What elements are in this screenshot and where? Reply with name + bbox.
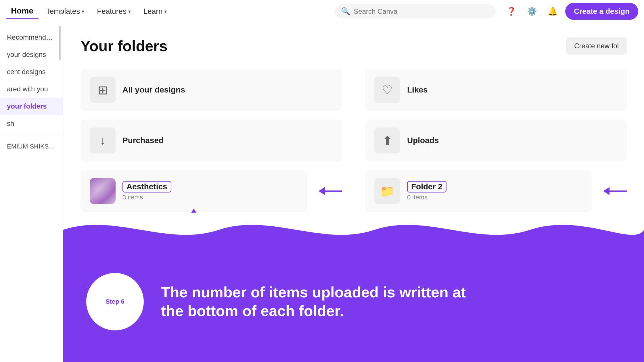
main-layout: Recommended for you your designs cent de… (0, 23, 644, 362)
folder2-row: 📁 Folder 2 0 items (365, 170, 627, 212)
folder-card-likes[interactable]: ♡ Likes (365, 69, 627, 111)
aesthetics-row: Aesthetics 3 items (80, 170, 342, 212)
main-content: Your folders Create new fol ⊞ All your d… (63, 23, 644, 362)
search-input[interactable] (354, 7, 489, 16)
folder-card-all-designs[interactable]: ⊞ All your designs (80, 69, 342, 111)
settings-icon-button[interactable]: ⚙️ (524, 4, 539, 19)
folder-icon-likes: ♡ (374, 77, 400, 103)
sidebar-item-shared[interactable]: ared with you (0, 80, 63, 98)
folder-info-aesthetics: Aesthetics 3 items (122, 181, 298, 201)
learn-label: Learn (143, 7, 163, 16)
arrow-line-folder2 (610, 190, 627, 192)
nav-icons: ❓ ⚙️ 🔔 (504, 4, 560, 19)
sidebar-item-recommended[interactable]: Recommended for you (0, 29, 63, 46)
search-bar[interactable]: 🔍 (335, 4, 496, 19)
grid-icon: ⊞ (98, 83, 108, 97)
learn-nav-item[interactable]: Learn ▾ (138, 4, 172, 19)
sidebar-divider (0, 135, 63, 135)
sidebar: Recommended for you your designs cent de… (0, 23, 63, 362)
learn-chevron-icon: ▾ (164, 8, 167, 15)
templates-label: Templates (46, 7, 80, 16)
create-design-button[interactable]: Create a design (565, 3, 638, 20)
folder-info-folder2: Folder 2 0 items (407, 181, 582, 201)
folder-name-uploads: Uploads (407, 136, 618, 145)
folder-card-purchased[interactable]: ↓ Purchased (80, 120, 342, 161)
folder-name-folder2: Folder 2 (407, 181, 446, 192)
sidebar-item-folders[interactable]: your folders (0, 98, 63, 115)
folder-icon-all-designs: ⊞ (90, 77, 116, 103)
sidebar-team-label[interactable]: EMIUM SHIKSHA Clas... (0, 138, 63, 155)
sidebar-item-trash[interactable]: sh (0, 115, 63, 132)
templates-chevron-icon: ▾ (82, 8, 84, 15)
folder-info-likes: Likes (407, 85, 618, 95)
step-label: Step 6 (106, 298, 124, 305)
folder-card-folder2[interactable]: 📁 Folder 2 0 items (365, 170, 592, 212)
search-icon: 🔍 (341, 7, 350, 16)
features-nav-item[interactable]: Features ▾ (92, 4, 136, 19)
top-navigation: Home Templates ▾ Features ▾ Learn ▾ 🔍 ❓ … (0, 0, 644, 23)
heart-icon: ♡ (382, 83, 393, 97)
folder-icon-purchased: ↓ (90, 128, 116, 153)
folder-info-purchased: Purchased (122, 136, 333, 145)
folder-count-folder2: 0 items (407, 194, 582, 201)
left-arrowhead-icon-aesthetics (319, 187, 325, 195)
folder-thumbnail-aesthetics (90, 178, 116, 204)
step-badge: Step 6 (86, 273, 144, 330)
folder-name-aesthetics: Aesthetics (122, 181, 171, 192)
folder-count-aesthetics: 3 items (122, 194, 298, 201)
folder-card-aesthetics[interactable]: Aesthetics 3 items (80, 170, 307, 212)
folder-icon-folder2: 📁 (374, 178, 400, 204)
left-arrow-annotation-aesthetics (319, 187, 342, 195)
features-chevron-icon: ▾ (128, 8, 131, 15)
home-nav-item[interactable]: Home (6, 3, 39, 19)
help-icon-button[interactable]: ❓ (504, 4, 519, 19)
bottom-section: Step 6 The number of items uploaded is w… (63, 213, 644, 362)
folder-card-uploads[interactable]: ⬆ Uploads (365, 120, 627, 161)
features-label: Features (97, 7, 126, 16)
folder-info-uploads: Uploads (407, 136, 618, 145)
templates-nav-item[interactable]: Templates ▾ (41, 4, 90, 19)
folder-icon-uploads: ⬆ (374, 128, 400, 153)
folder-name-purchased: Purchased (122, 136, 333, 145)
create-new-folder-button[interactable]: Create new fol (566, 37, 627, 55)
folder-name-likes: Likes (407, 85, 618, 95)
left-arrow-annotation-folder2 (603, 187, 627, 195)
folder-name-all-designs: All your designs (122, 85, 333, 95)
arrow-line-aesthetics (325, 190, 342, 192)
step-text: The number of items uploaded is written … (161, 283, 466, 320)
folder-info-all-designs: All your designs (122, 85, 333, 95)
download-icon: ↓ (100, 134, 106, 147)
notifications-icon-button[interactable]: 🔔 (545, 4, 560, 19)
left-arrowhead-icon-folder2 (603, 187, 610, 195)
sidebar-item-your-designs[interactable]: your designs (0, 46, 63, 63)
page-title: Your folders (80, 37, 627, 55)
aesthetics-thumbnail (90, 178, 116, 204)
bottom-content: Step 6 The number of items uploaded is w… (63, 241, 644, 362)
scroll-indicator (59, 26, 61, 60)
upload-cloud-icon: ⬆ (382, 134, 392, 148)
sidebar-item-recent[interactable]: cent designs (0, 63, 63, 80)
folder-icon: 📁 (380, 184, 395, 198)
